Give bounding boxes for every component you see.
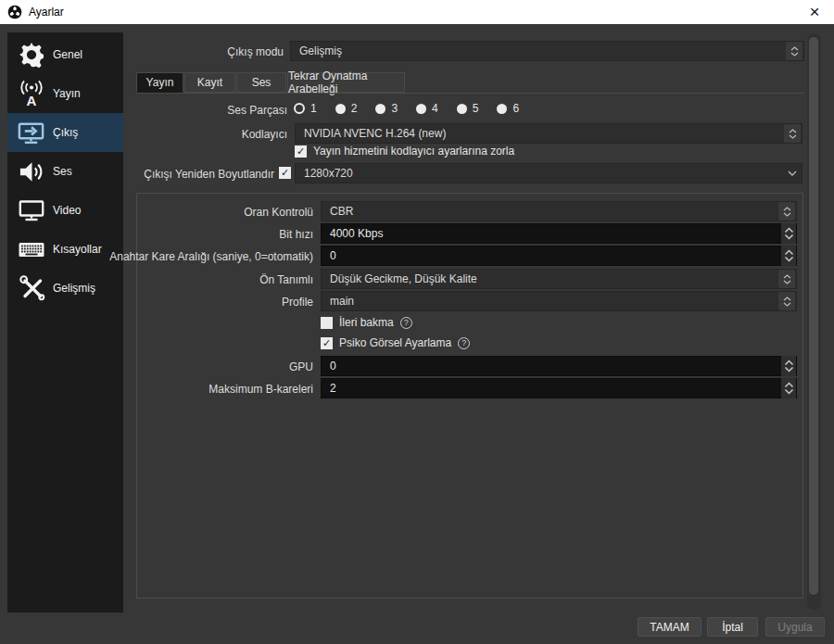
spinner-icons[interactable]	[778, 292, 795, 310]
help-icon[interactable]: ?	[458, 337, 470, 349]
max-bframes-value: 2	[322, 382, 781, 395]
sidebar-item-label: Ses	[53, 165, 72, 178]
radio-track-6[interactable]	[497, 104, 507, 114]
bitrate-input[interactable]: 4000 Kbps	[321, 223, 797, 244]
psycho-visual-checkbox[interactable]: ✓	[321, 337, 333, 349]
sidebar-item-genel[interactable]: Genel	[7, 35, 123, 74]
gpu-label: GPU	[142, 360, 313, 373]
sidebar-item-label: Çıkış	[53, 126, 78, 139]
rate-control-label: Oran Kontrolü	[142, 206, 313, 219]
psycho-visual-label: Psiko Görsel Ayarlama	[339, 336, 451, 349]
enforce-service-checkbox[interactable]: ✓	[295, 145, 307, 158]
sidebar-item-yayin[interactable]: A Yayın	[7, 74, 123, 113]
max-bframes-input[interactable]: 2	[321, 378, 797, 398]
preset-label: Ön Tanımlı	[142, 273, 313, 286]
radio-label: 1	[310, 102, 317, 115]
monitor-icon	[16, 196, 46, 226]
spinner-arrows[interactable]	[781, 223, 796, 244]
tab-pane-border	[136, 93, 804, 94]
chevron-down-icon[interactable]	[783, 164, 802, 183]
sidebar-item-cikis[interactable]: Çıkış	[7, 113, 123, 152]
sidebar-item-label: Gelişmiş	[53, 282, 95, 295]
radio-label: 4	[432, 102, 438, 115]
rate-control-select[interactable]: CBR	[321, 201, 797, 221]
spinner-icons[interactable]	[778, 202, 795, 221]
cancel-button[interactable]: İptal	[707, 617, 758, 637]
enforce-service-row: ✓ Yayın hizmetini kodlayıcı ayarlarına z…	[295, 145, 514, 158]
tab-ses[interactable]: Ses	[236, 72, 286, 93]
sidebar-item-label: Video	[53, 204, 81, 217]
encoder-label: Kodlayıcı	[111, 128, 287, 141]
spinner-arrows[interactable]	[781, 356, 796, 376]
radio-track-5[interactable]	[457, 104, 467, 114]
rescale-value: 1280x720	[296, 167, 783, 180]
tab-yayin[interactable]: Yayın	[136, 72, 183, 93]
tools-icon	[16, 273, 46, 304]
preset-value: Düşük Gecikme, Düşük Kalite	[322, 272, 778, 285]
output-mode-value: Gelişmiş	[291, 44, 786, 57]
close-button[interactable]: ×	[801, 0, 828, 24]
speaker-icon	[16, 157, 46, 187]
enforce-service-label: Yayın hizmetini kodlayıcı ayarlarına zor…	[313, 145, 514, 158]
look-ahead-row: İleri bakma ?	[321, 316, 412, 329]
keyframe-interval-input[interactable]: 0	[321, 246, 797, 266]
rescale-checkbox-wrap: ✓	[279, 167, 291, 179]
spinner-arrows[interactable]	[781, 246, 796, 266]
profile-label: Profile	[142, 296, 313, 309]
rescale-label: Çıkışı Yeniden Boyutlandır	[111, 168, 274, 181]
keyframe-interval-value: 0	[322, 249, 781, 262]
preset-select[interactable]: Düşük Gecikme, Düşük Kalite	[321, 269, 797, 289]
look-ahead-checkbox[interactable]	[321, 317, 333, 329]
sidebar-item-video[interactable]: Video	[7, 191, 123, 230]
settings-window: Ayarlar × Genel A Yayın	[0, 0, 834, 644]
profile-value: main	[322, 295, 778, 308]
scrollbar-track[interactable]	[807, 33, 821, 610]
radio-track-2[interactable]	[335, 104, 346, 114]
bitrate-value: 4000 Kbps	[322, 227, 781, 240]
bitrate-label: Bit hızı	[142, 228, 313, 241]
max-bframes-label: Maksimum B-kareleri	[142, 383, 313, 396]
tab-kayit[interactable]: Kayıt	[184, 72, 235, 93]
radio-label: 3	[391, 102, 398, 115]
keyboard-icon	[16, 234, 46, 265]
gear-icon	[16, 40, 46, 70]
audio-track-label: Ses Parçası	[111, 104, 287, 117]
sidebar: Genel A Yayın	[7, 32, 123, 612]
gpu-input[interactable]: 0	[321, 356, 797, 376]
psycho-visual-row: ✓ Psiko Görsel Ayarlama ?	[321, 336, 470, 349]
encoder-value: NVIDIA NVENC H.264 (new)	[296, 127, 784, 140]
help-icon[interactable]: ?	[400, 317, 412, 329]
sidebar-item-ses[interactable]: Ses	[7, 152, 123, 191]
rescale-checkbox[interactable]: ✓	[279, 167, 291, 179]
spinner-icons[interactable]	[778, 270, 795, 288]
gpu-value: 0	[322, 360, 781, 373]
output-mode-label: Çıkış modu	[111, 45, 284, 58]
window-title: Ayarlar	[29, 6, 64, 19]
sidebar-item-label: Genel	[53, 48, 82, 61]
radio-track-4[interactable]	[416, 104, 426, 114]
radio-label: 2	[351, 102, 358, 115]
spinner-icons[interactable]	[784, 124, 801, 143]
sidebar-item-gelismis[interactable]: Gelişmiş	[7, 269, 123, 308]
spinner-icons[interactable]	[786, 42, 802, 60]
ok-button[interactable]: TAMAM	[638, 617, 701, 637]
radio-label: 6	[512, 102, 519, 115]
scrollbar-thumb[interactable]	[809, 37, 818, 595]
spinner-arrows[interactable]	[781, 378, 796, 398]
output-monitor-icon	[16, 118, 46, 148]
encoder-select[interactable]: NVIDIA NVENC H.264 (new)	[295, 123, 802, 144]
rate-control-value: CBR	[322, 205, 778, 218]
profile-select[interactable]: main	[321, 291, 797, 311]
svg-text:A: A	[26, 93, 36, 107]
apply-button[interactable]: Uygula	[765, 617, 825, 637]
radio-track-1[interactable]	[294, 103, 305, 114]
look-ahead-label: İleri bakma	[339, 316, 394, 329]
obs-logo-icon	[7, 5, 22, 19]
rescale-select[interactable]: 1280x720	[295, 163, 802, 183]
output-mode-select[interactable]: Gelişmiş	[290, 41, 804, 61]
broadcast-icon: A	[16, 79, 46, 109]
tab-tekrar-oynatma[interactable]: Tekrar Oynatma Arabelleği	[287, 72, 405, 93]
titlebar: Ayarlar ×	[0, 0, 834, 24]
radio-label: 5	[473, 102, 479, 115]
radio-track-3[interactable]	[375, 104, 385, 114]
